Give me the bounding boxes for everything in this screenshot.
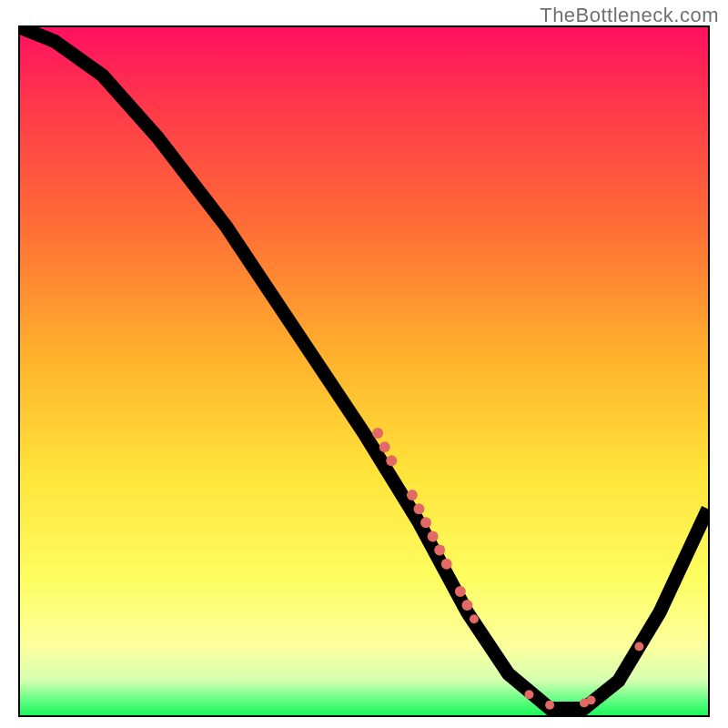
attribution-text: TheBottleneck.com: [540, 4, 719, 27]
data-marker: [470, 614, 479, 623]
data-marker: [386, 455, 397, 466]
data-marker: [441, 559, 452, 570]
data-marker: [379, 441, 390, 452]
curve-path: [20, 27, 708, 708]
line-chart-svg: [20, 27, 708, 715]
chart-container: TheBottleneck.com: [0, 0, 728, 728]
data-marker: [524, 690, 533, 699]
data-marker: [372, 428, 383, 439]
data-marker: [587, 695, 596, 704]
data-marker: [414, 503, 425, 514]
plot-area: [18, 25, 710, 717]
data-marker: [461, 600, 472, 611]
data-marker: [455, 586, 466, 597]
data-marker: [428, 531, 439, 541]
data-marker: [545, 701, 554, 710]
data-marker: [420, 517, 431, 528]
data-marker: [634, 642, 643, 651]
data-marker: [407, 490, 418, 500]
data-marker: [434, 545, 445, 556]
